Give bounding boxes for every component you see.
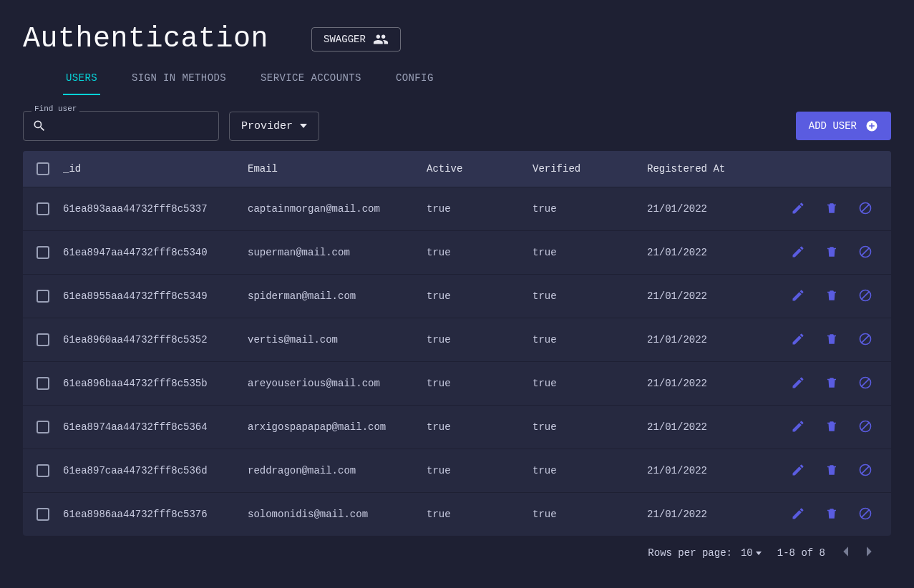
block-icon — [858, 463, 872, 479]
cell-active: true — [427, 421, 533, 433]
block-button[interactable] — [855, 329, 875, 351]
tab-sign-in-methods[interactable]: SIGN IN METHODS — [129, 62, 229, 94]
rows-per-page-value: 10 — [741, 547, 753, 559]
tabs: USERS SIGN IN METHODS SERVICE ACCOUNTS C… — [23, 62, 891, 95]
delete-icon — [825, 419, 838, 436]
find-user-field[interactable] — [23, 111, 219, 141]
block-button[interactable] — [855, 285, 875, 308]
edit-button[interactable] — [788, 198, 808, 220]
edit-button[interactable] — [788, 242, 808, 264]
delete-button[interactable] — [822, 329, 841, 351]
edit-button[interactable] — [788, 285, 808, 308]
table-row: 61ea896baa44732fff8c535bareyouserious@ma… — [23, 361, 891, 405]
prev-page-button[interactable] — [841, 546, 850, 560]
cell-registered: 21/01/2022 — [647, 334, 776, 346]
edit-button[interactable] — [788, 416, 808, 438]
edit-icon — [791, 332, 805, 348]
select-all-checkbox[interactable] — [37, 162, 49, 175]
row-checkbox[interactable] — [37, 290, 49, 303]
cell-registered: 21/01/2022 — [647, 509, 776, 520]
cell-registered: 21/01/2022 — [647, 290, 776, 302]
row-checkbox[interactable] — [37, 464, 49, 477]
delete-icon — [825, 201, 838, 217]
cell-id: 61ea8974aa44732fff8c5364 — [63, 421, 248, 433]
block-button[interactable] — [855, 460, 875, 482]
table-row: 61ea8974aa44732fff8c5364arxigospapapap@m… — [23, 405, 891, 449]
cell-email: reddragon@mail.com — [248, 465, 427, 476]
rows-per-page-select[interactable]: 10 — [741, 547, 762, 559]
block-button[interactable] — [855, 504, 875, 526]
edit-button[interactable] — [788, 504, 808, 526]
edit-icon — [791, 463, 805, 479]
col-email: Email — [248, 163, 427, 175]
delete-button[interactable] — [822, 460, 841, 482]
block-button[interactable] — [855, 373, 875, 395]
cell-verified: true — [533, 378, 647, 389]
cell-verified: true — [533, 509, 647, 520]
next-page-button[interactable] — [865, 546, 874, 560]
rows-per-page-label: Rows per page: — [648, 547, 732, 559]
table-row: 61ea8947aa44732fff8c5340superman@mail.co… — [23, 230, 891, 274]
row-checkbox[interactable] — [37, 421, 49, 433]
cell-registered: 21/01/2022 — [647, 421, 776, 433]
edit-button[interactable] — [788, 460, 808, 482]
edit-button[interactable] — [788, 329, 808, 351]
cell-active: true — [427, 378, 533, 389]
delete-button[interactable] — [822, 504, 841, 526]
col-registered: Registered At — [647, 163, 776, 175]
cell-verified: true — [533, 203, 647, 215]
block-icon — [858, 506, 872, 523]
cell-verified: true — [533, 421, 647, 433]
row-checkbox[interactable] — [37, 508, 49, 521]
cell-id: 61ea8955aa44732fff8c5349 — [63, 290, 248, 302]
add-user-button[interactable]: ADD USER — [796, 112, 891, 140]
cell-id: 61ea897caa44732fff8c536d — [63, 465, 248, 476]
cell-active: true — [427, 509, 533, 520]
cell-registered: 21/01/2022 — [647, 247, 776, 258]
cell-active: true — [427, 465, 533, 476]
row-checkbox[interactable] — [37, 333, 49, 346]
col-active: Active — [427, 163, 533, 175]
search-input[interactable] — [52, 120, 210, 132]
cell-id: 61ea8986aa44732fff8c5376 — [63, 509, 248, 520]
cell-registered: 21/01/2022 — [647, 378, 776, 389]
provider-label: Provider — [241, 120, 293, 132]
table-row: 61ea893aaa44732fff8c5337captainmorgan@ma… — [23, 187, 891, 230]
tab-config[interactable]: CONFIG — [393, 62, 437, 94]
swagger-label: SWAGGER — [324, 34, 366, 45]
block-icon — [858, 419, 872, 436]
block-button[interactable] — [855, 242, 875, 264]
edit-icon — [791, 419, 805, 436]
edit-button[interactable] — [788, 373, 808, 395]
delete-button[interactable] — [822, 242, 841, 264]
edit-icon — [791, 201, 805, 217]
block-icon — [858, 245, 872, 261]
row-checkbox[interactable] — [37, 377, 49, 390]
pagination-range: 1-8 of 8 — [777, 547, 825, 559]
block-icon — [858, 332, 872, 348]
cell-email: areyouserious@mail.com — [248, 378, 427, 389]
block-button[interactable] — [855, 416, 875, 438]
cell-active: true — [427, 203, 533, 215]
cell-registered: 21/01/2022 — [647, 465, 776, 476]
plus-circle-icon — [865, 119, 878, 132]
tab-service-accounts[interactable]: SERVICE ACCOUNTS — [258, 62, 364, 94]
chevron-left-icon — [841, 546, 850, 557]
add-user-label: ADD USER — [809, 120, 857, 132]
table-row: 61ea8986aa44732fff8c5376solomonidis@mail… — [23, 492, 891, 536]
row-checkbox[interactable] — [37, 202, 49, 215]
delete-button[interactable] — [822, 373, 841, 395]
provider-dropdown[interactable]: Provider — [229, 112, 319, 141]
delete-button[interactable] — [822, 416, 841, 438]
row-checkbox[interactable] — [37, 246, 49, 259]
edit-icon — [791, 506, 805, 523]
cell-email: vertis@mail.com — [248, 334, 427, 346]
delete-button[interactable] — [822, 285, 841, 308]
swagger-button[interactable]: SWAGGER — [311, 27, 401, 52]
people-icon — [373, 34, 389, 45]
delete-button[interactable] — [822, 198, 841, 220]
block-button[interactable] — [855, 198, 875, 220]
cell-email: spiderman@mail.com — [248, 290, 427, 302]
cell-verified: true — [533, 290, 647, 302]
tab-users[interactable]: USERS — [63, 62, 100, 95]
